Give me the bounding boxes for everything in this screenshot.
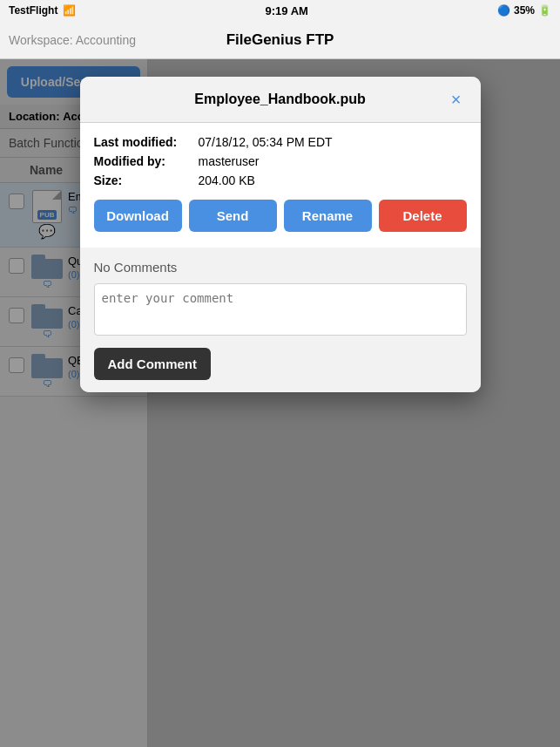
bluetooth-icon: 🔵 <box>497 4 510 17</box>
battery-icon: 🔋 <box>538 4 551 17</box>
app-name: TestFlight <box>9 4 57 17</box>
add-comment-button[interactable]: Add Comment <box>94 348 212 380</box>
workspace-label: Workspace: Accounting <box>9 33 136 47</box>
last-modified-value: 07/18/12, 05:34 PM EDT <box>199 135 333 149</box>
battery-level: 35% <box>514 4 535 17</box>
modal-title: Employee_Handbook.pub <box>115 92 446 107</box>
content-area: Upload/Send Files Location: Accounting B… <box>0 59 560 747</box>
last-modified-label: Last modified: <box>94 135 199 149</box>
size-row: Size: 204.00 KB <box>94 173 467 187</box>
comment-input[interactable] <box>94 283 467 336</box>
delete-button[interactable]: Delete <box>379 200 467 232</box>
size-value: 204.00 KB <box>199 173 255 187</box>
file-detail-modal: Employee_Handbook.pub × Last modified: 0… <box>80 77 481 392</box>
modified-by-value: masteruser <box>199 154 260 168</box>
modal-comments-section: No Comments Add Comment <box>80 248 481 392</box>
no-comments-label: No Comments <box>94 260 467 275</box>
wifi-icon: 📶 <box>63 4 76 17</box>
last-modified-row: Last modified: 07/18/12, 05:34 PM EDT <box>94 135 467 149</box>
modal-overlay: Employee_Handbook.pub × Last modified: 0… <box>0 59 560 747</box>
status-bar-right: 🔵 35% 🔋 <box>497 4 551 17</box>
app-title: FileGenius FTP <box>226 31 334 49</box>
status-bar-time: 9:19 AM <box>266 4 308 17</box>
rename-button[interactable]: Rename <box>284 200 372 232</box>
nav-bar: Workspace: Accounting FileGenius FTP <box>0 21 560 59</box>
modal-file-info: Last modified: 07/18/12, 05:34 PM EDT Mo… <box>80 123 481 248</box>
send-button[interactable]: Send <box>189 200 277 232</box>
download-button[interactable]: Download <box>94 200 182 232</box>
modal-close-button[interactable]: × <box>446 89 467 110</box>
modal-header: Employee_Handbook.pub × <box>80 77 481 123</box>
status-bar-left: TestFlight 📶 <box>9 4 76 17</box>
modified-by-row: Modified by: masteruser <box>94 154 467 168</box>
modified-by-label: Modified by: <box>94 154 199 168</box>
size-label: Size: <box>94 173 199 187</box>
modal-actions: Download Send Rename Delete <box>94 200 467 232</box>
status-bar: TestFlight 📶 9:19 AM 🔵 35% 🔋 <box>0 0 560 21</box>
